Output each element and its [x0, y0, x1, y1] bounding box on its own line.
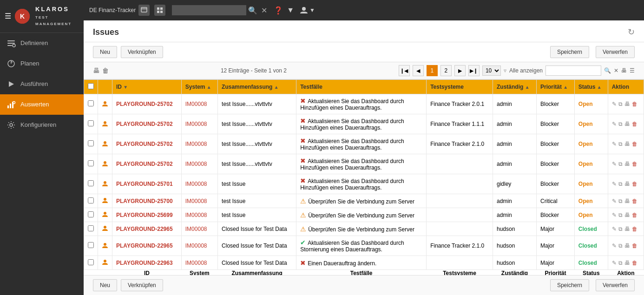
sidebar-item-planen[interactable]: Planen: [0, 53, 84, 74]
row-checkbox-0[interactable]: [88, 100, 94, 106]
print-row-icon[interactable]: 🖶: [624, 161, 630, 167]
edit-icon[interactable]: ✎: [612, 198, 617, 204]
delete-row-icon[interactable]: 🗑: [632, 141, 637, 147]
bottom-discard-button[interactable]: Verwerfen: [596, 279, 635, 291]
help-button[interactable]: ❓: [272, 6, 285, 15]
project-settings-icon[interactable]: [138, 5, 150, 16]
header-status[interactable]: Status ▲: [574, 80, 608, 94]
page-next-button[interactable]: ▶: [454, 65, 466, 76]
delete-row-icon[interactable]: 🗑: [632, 260, 637, 266]
row-checkbox-7[interactable]: [88, 225, 94, 231]
refresh-icon[interactable]: ↻: [628, 27, 635, 37]
delete-row-icon[interactable]: 🗑: [632, 161, 637, 167]
row-system[interactable]: IM00008: [181, 222, 217, 236]
row-system[interactable]: IM00008: [181, 174, 217, 194]
row-id[interactable]: PLAYGROUND-25700: [112, 194, 182, 208]
per-page-selector[interactable]: 10 5 20 50: [482, 66, 501, 76]
edit-icon[interactable]: ✎: [612, 260, 617, 266]
save-button[interactable]: Speichern: [550, 46, 589, 58]
row-checkbox-1[interactable]: [88, 120, 94, 126]
header-assigned[interactable]: Zuständig ▲: [493, 80, 536, 94]
filter-search-icon[interactable]: 🔍: [604, 67, 611, 74]
discard-button[interactable]: Verwerfen: [596, 46, 635, 58]
link-out-icon[interactable]: ⧉: [618, 212, 623, 218]
sidebar-item-konfigurieren[interactable]: Konfigurieren: [0, 115, 84, 135]
search-button[interactable]: 🔍: [246, 6, 259, 15]
delete-row-icon[interactable]: 🗑: [632, 101, 637, 107]
row-id[interactable]: PLAYGROUND-25702: [112, 114, 182, 134]
sidebar-item-definieren[interactable]: Definieren: [0, 33, 84, 53]
row-id[interactable]: PLAYGROUND-25699: [112, 208, 182, 222]
link-out-icon[interactable]: ⧉: [618, 243, 623, 249]
edit-icon[interactable]: ✎: [612, 243, 617, 249]
page-2-button[interactable]: 2: [440, 65, 452, 76]
row-checkbox-2[interactable]: [88, 140, 94, 146]
link-out-icon[interactable]: ⧉: [618, 226, 623, 232]
row-id[interactable]: PLAYGROUND-25702: [112, 94, 182, 114]
delete-row-icon[interactable]: 🗑: [632, 212, 637, 218]
row-id[interactable]: PLAYGROUND-25702: [112, 134, 182, 154]
filter-icon[interactable]: ▿: [504, 67, 506, 74]
link-out-icon[interactable]: ⧉: [618, 198, 623, 204]
print-row-icon[interactable]: 🖶: [624, 181, 630, 187]
header-checkbox[interactable]: [84, 80, 98, 94]
search-input[interactable]: [172, 5, 246, 15]
row-system[interactable]: IM00008: [181, 94, 217, 114]
delete-row-icon[interactable]: 🗑: [632, 226, 637, 232]
edit-icon[interactable]: ✎: [612, 121, 617, 127]
row-system[interactable]: IM00008: [181, 194, 217, 208]
header-priority[interactable]: Priorität ▲: [536, 80, 574, 94]
print-row-icon[interactable]: 🖶: [624, 198, 630, 204]
row-id[interactable]: PLAYGROUND-25701: [112, 174, 182, 194]
print-row-icon[interactable]: 🖶: [624, 121, 630, 127]
link-out-icon[interactable]: ⧉: [618, 181, 623, 187]
help-dropdown-button[interactable]: ▼: [285, 6, 296, 14]
row-system[interactable]: IM00008: [181, 134, 217, 154]
search-clear-button[interactable]: ✕: [259, 6, 269, 15]
new-button[interactable]: Neu: [93, 46, 117, 58]
link-out-icon[interactable]: ⧉: [618, 121, 623, 127]
edit-icon[interactable]: ✎: [612, 226, 617, 232]
print-row-icon[interactable]: 🖶: [624, 260, 630, 266]
header-system[interactable]: System ▲: [181, 80, 217, 94]
row-checkbox-6[interactable]: [88, 211, 94, 217]
bottom-link-button[interactable]: Verknüpfen: [121, 279, 163, 291]
page-1-button[interactable]: 1: [427, 65, 438, 76]
row-checkbox-8[interactable]: [88, 242, 94, 248]
row-id[interactable]: PLAYGROUND-22965: [112, 222, 182, 236]
page-prev-button[interactable]: ◀: [413, 65, 424, 76]
row-checkbox-4[interactable]: [88, 180, 94, 186]
page-last-button[interactable]: ▶❙: [468, 65, 480, 76]
print-row-icon[interactable]: 🖶: [624, 141, 630, 147]
print-row-icon[interactable]: 🖶: [624, 243, 630, 249]
row-system[interactable]: IM00008: [181, 208, 217, 222]
row-id[interactable]: PLAYGROUND-22963: [112, 256, 182, 270]
bottom-save-button[interactable]: Speichern: [550, 279, 589, 291]
print-row-icon[interactable]: 🖶: [624, 101, 630, 107]
row-system[interactable]: IM00008: [181, 154, 217, 174]
link-out-icon[interactable]: ⧉: [618, 161, 623, 167]
edit-icon[interactable]: ✎: [612, 101, 617, 107]
link-out-icon[interactable]: ⧉: [618, 141, 623, 147]
edit-icon[interactable]: ✎: [612, 141, 617, 147]
row-id[interactable]: PLAYGROUND-22965: [112, 236, 182, 256]
delete-icon[interactable]: 🗑: [102, 67, 109, 74]
per-page-dropdown[interactable]: 10 5 20 50: [482, 66, 501, 76]
edit-icon[interactable]: ✎: [612, 181, 617, 187]
row-id[interactable]: PLAYGROUND-25702: [112, 154, 182, 174]
print-icon[interactable]: 🖶: [93, 67, 99, 74]
hamburger-menu-icon[interactable]: ☰: [5, 12, 11, 20]
user-menu[interactable]: ▼: [300, 6, 315, 14]
select-all-checkbox[interactable]: [88, 83, 94, 89]
row-system[interactable]: IM00008: [181, 256, 217, 270]
delete-row-icon[interactable]: 🗑: [632, 181, 637, 187]
link-out-icon[interactable]: ⧉: [618, 260, 623, 266]
edit-icon[interactable]: ✎: [612, 212, 617, 218]
row-checkbox-9[interactable]: [88, 259, 94, 265]
bottom-new-button[interactable]: Neu: [93, 279, 117, 291]
filter-input[interactable]: [545, 66, 601, 76]
sidebar-item-auswerten[interactable]: Auswerten: [0, 94, 84, 115]
header-id[interactable]: ID ▼: [112, 80, 182, 94]
row-system[interactable]: IM00008: [181, 236, 217, 256]
column-settings-icon[interactable]: ☰: [630, 67, 635, 74]
